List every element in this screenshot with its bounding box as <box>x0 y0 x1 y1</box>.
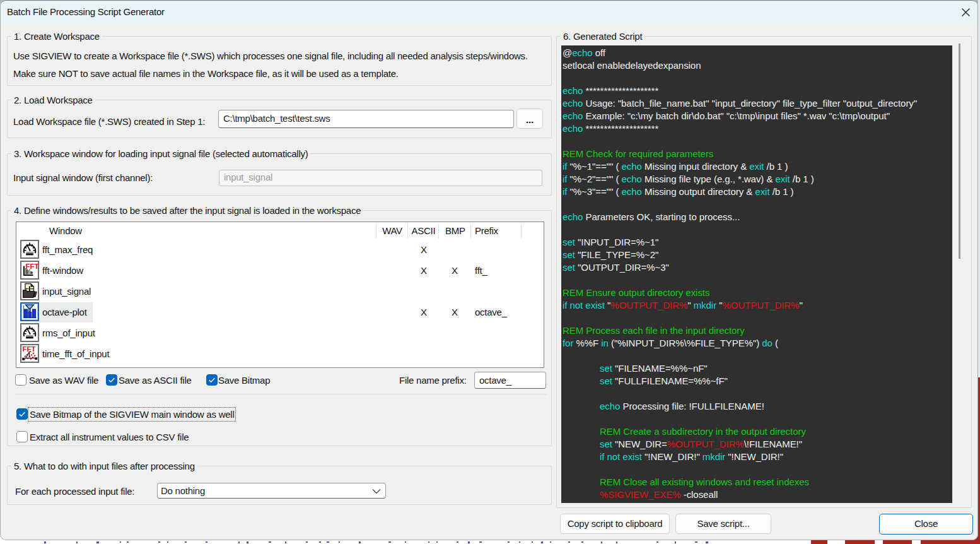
svg-text:FFT: FFT <box>23 345 36 353</box>
svg-text:FFT: FFT <box>26 263 39 270</box>
